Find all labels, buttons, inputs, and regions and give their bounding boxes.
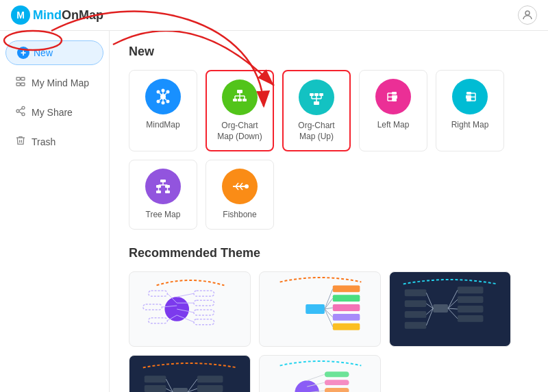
new-label: New bbox=[34, 47, 53, 58]
sidebar-myshare-label: My Share bbox=[32, 107, 73, 118]
svg-rect-130 bbox=[325, 388, 349, 392]
logo-mind: Mind bbox=[33, 8, 62, 22]
map-item-leftmap[interactable]: Left Map bbox=[359, 70, 427, 151]
svg-line-93 bbox=[325, 298, 333, 309]
svg-rect-100 bbox=[458, 306, 484, 313]
svg-rect-75 bbox=[194, 319, 214, 325]
svg-line-17 bbox=[160, 98, 162, 100]
svg-point-70 bbox=[245, 184, 249, 188]
svg-rect-116 bbox=[197, 385, 223, 392]
svg-point-12 bbox=[157, 90, 160, 94]
treemap-label: Tree Map bbox=[146, 210, 181, 221]
svg-rect-3 bbox=[16, 83, 20, 86]
svg-rect-24 bbox=[237, 90, 242, 93]
svg-line-103 bbox=[448, 299, 458, 308]
svg-line-102 bbox=[448, 290, 458, 308]
svg-rect-115 bbox=[197, 376, 223, 382]
svg-rect-91 bbox=[333, 323, 360, 330]
svg-rect-42 bbox=[392, 95, 397, 99]
sidebar-item-myshare[interactable]: My Share bbox=[4, 99, 105, 125]
svg-point-7 bbox=[22, 113, 25, 116]
svg-rect-99 bbox=[458, 296, 484, 303]
svg-rect-88 bbox=[333, 295, 360, 302]
svg-point-71 bbox=[164, 297, 189, 321]
svg-rect-48 bbox=[392, 99, 397, 101]
sidebar-item-mymindmap[interactable]: My Mind Map bbox=[4, 69, 105, 96]
svg-point-0 bbox=[525, 11, 530, 15]
svg-line-19 bbox=[164, 98, 166, 100]
svg-point-18 bbox=[166, 100, 170, 103]
trash-icon bbox=[15, 135, 26, 148]
theme-card-3[interactable] bbox=[389, 271, 511, 347]
new-button[interactable]: + New bbox=[5, 40, 103, 65]
svg-rect-1 bbox=[16, 77, 20, 80]
map-item-mindmap[interactable]: MindMap bbox=[129, 70, 197, 151]
sidebar: + New My Mind Map My Share bbox=[0, 31, 110, 392]
svg-rect-106 bbox=[405, 289, 427, 296]
svg-line-76 bbox=[177, 293, 194, 297]
theme-card-2[interactable] bbox=[259, 271, 381, 347]
svg-point-14 bbox=[166, 90, 170, 94]
recommended-title: Recommended Theme bbox=[129, 246, 529, 260]
user-avatar[interactable] bbox=[518, 5, 537, 25]
leftmap-label: Left Map bbox=[377, 120, 410, 131]
svg-rect-101 bbox=[458, 315, 484, 322]
svg-rect-72 bbox=[194, 291, 214, 296]
svg-rect-82 bbox=[149, 318, 168, 323]
theme-card-1[interactable] bbox=[129, 271, 251, 347]
rightmap-label: Right Map bbox=[451, 120, 489, 131]
svg-rect-33 bbox=[310, 93, 314, 96]
main-layout: + New My Mind Map My Share bbox=[0, 31, 548, 392]
sidebar-item-trash[interactable]: Trash bbox=[4, 128, 105, 155]
logo-on: On bbox=[62, 8, 79, 22]
mindmap-icon-circle bbox=[145, 79, 181, 114]
sidebar-mymindmap-label: My Mind Map bbox=[32, 77, 89, 88]
svg-point-6 bbox=[16, 110, 19, 112]
theme-grid bbox=[129, 271, 529, 392]
map-item-rightmap[interactable]: Right Map bbox=[436, 70, 504, 151]
map-item-treemap[interactable]: Tree Map bbox=[129, 160, 197, 230]
theme-card-4[interactable] bbox=[129, 355, 251, 392]
map-item-fishbone[interactable]: Fishbone bbox=[206, 160, 274, 230]
orgchartup-icon-circle bbox=[299, 79, 334, 115]
svg-rect-30 bbox=[233, 99, 237, 101]
svg-rect-97 bbox=[433, 304, 448, 313]
svg-rect-107 bbox=[405, 300, 427, 307]
svg-rect-114 bbox=[173, 388, 188, 392]
svg-line-8 bbox=[19, 112, 23, 114]
svg-line-113 bbox=[426, 308, 433, 326]
svg-rect-80 bbox=[149, 291, 168, 296]
svg-line-104 bbox=[448, 308, 458, 309]
svg-rect-74 bbox=[194, 310, 214, 315]
svg-rect-121 bbox=[145, 376, 166, 382]
svg-point-22 bbox=[162, 101, 165, 105]
svg-rect-55 bbox=[466, 99, 471, 101]
svg-rect-4 bbox=[21, 83, 25, 86]
leftmap-icon-circle bbox=[375, 79, 411, 114]
svg-line-15 bbox=[164, 93, 166, 95]
logo: M MindOnMap bbox=[11, 5, 103, 25]
svg-rect-90 bbox=[333, 314, 360, 321]
logo-text: MindOnMap bbox=[33, 8, 103, 23]
svg-rect-63 bbox=[165, 191, 170, 193]
fishbone-label: Fishbone bbox=[223, 210, 256, 221]
mymindmap-icon bbox=[15, 76, 26, 89]
svg-rect-87 bbox=[333, 285, 360, 292]
svg-rect-34 bbox=[314, 93, 319, 96]
logo-icon: M bbox=[11, 5, 30, 25]
svg-rect-122 bbox=[145, 385, 166, 392]
fishbone-icon-circle bbox=[222, 169, 258, 204]
map-item-orgchartup[interactable]: Org-Chart Map (Up) bbox=[282, 70, 351, 151]
new-section: New MindMap bbox=[129, 45, 529, 230]
svg-line-133 bbox=[307, 374, 325, 380]
svg-rect-32 bbox=[242, 99, 247, 101]
map-grid: MindMap bbox=[129, 70, 529, 230]
svg-rect-109 bbox=[405, 322, 427, 329]
map-item-orgchartdown[interactable]: Org-Chart Map (Down) bbox=[206, 70, 274, 151]
svg-rect-62 bbox=[156, 191, 161, 193]
theme-card-5[interactable] bbox=[259, 355, 381, 392]
svg-rect-128 bbox=[325, 371, 349, 377]
svg-point-20 bbox=[162, 89, 165, 93]
svg-rect-2 bbox=[21, 77, 25, 80]
svg-rect-35 bbox=[319, 93, 323, 96]
